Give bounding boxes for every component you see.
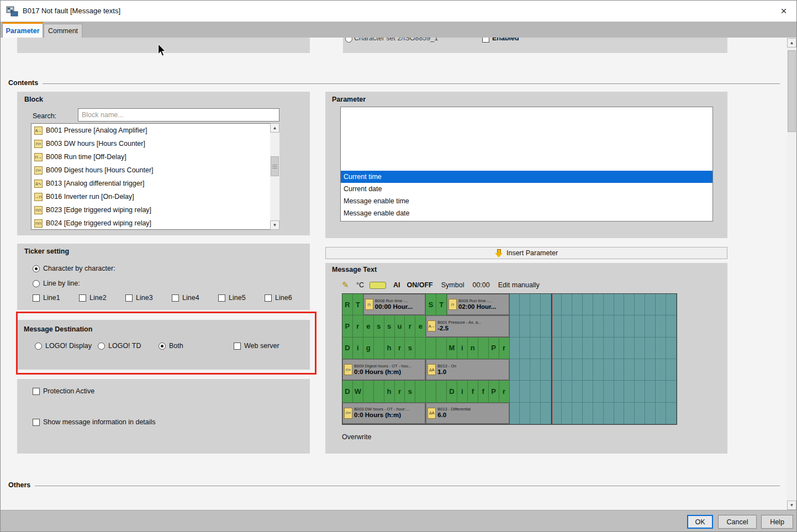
destination-radio[interactable]: Both (159, 342, 183, 350)
scroll-down-arrow-icon[interactable]: ▼ (787, 501, 796, 510)
grid-empty-cell[interactable] (562, 381, 572, 402)
grid-empty-cell[interactable] (510, 359, 520, 381)
show-message-info-checkbox[interactable]: Show message information in details (33, 418, 156, 426)
grid-empty-cell[interactable] (562, 338, 572, 359)
grid-empty-cell[interactable] (572, 403, 583, 424)
bar-graph-icon[interactable] (370, 282, 386, 289)
grid-empty-cell[interactable] (541, 294, 551, 315)
grid-char-cell[interactable]: M (447, 338, 457, 359)
grid-empty-cell[interactable] (656, 315, 666, 337)
grid-empty-cell[interactable] (614, 294, 625, 315)
grid-empty-cell[interactable] (520, 294, 530, 315)
grid-empty-cell[interactable] (635, 381, 645, 402)
grid-param-cell[interactable]: ΔAB013 - Differential6.0 (426, 403, 509, 424)
line-by-line-radio[interactable]: Line by line: (33, 280, 80, 287)
grid-char-cell[interactable] (415, 381, 426, 402)
grid-empty-cell[interactable] (656, 381, 666, 402)
insert-parameter-button[interactable]: Insert Parameter (325, 247, 727, 259)
grid-empty-cell[interactable] (593, 359, 604, 381)
grid-empty-cell[interactable] (624, 381, 635, 402)
block-list-item[interactable]: ⊓+ B009 Digest hours [Hours Counter] (31, 164, 270, 177)
grid-char-cell[interactable]: S (426, 294, 436, 315)
protection-active-checkbox[interactable]: Protection Active (33, 387, 94, 395)
grid-param-cell[interactable]: ⊓B008 Run time -...02:00 Hour... (447, 294, 509, 315)
grid-empty-cell[interactable] (572, 338, 583, 359)
grid-empty-cell[interactable] (614, 403, 625, 424)
grid-char-cell[interactable]: e (415, 315, 426, 337)
line-checkbox[interactable]: Line2 (79, 294, 125, 302)
grid-empty-cell[interactable] (593, 338, 604, 359)
grid-empty-cell[interactable] (656, 403, 666, 424)
grid-char-cell[interactable] (478, 338, 489, 359)
grid-char-cell[interactable]: D (342, 381, 353, 402)
grid-empty-cell[interactable] (614, 359, 625, 381)
line-checkbox[interactable]: Line1 (33, 294, 79, 302)
grid-empty-cell[interactable] (635, 359, 645, 381)
grid-empty-cell[interactable] (510, 338, 520, 359)
grid-char-cell[interactable] (436, 338, 447, 359)
grid-empty-cell[interactable] (645, 403, 656, 424)
grid-empty-cell[interactable] (510, 403, 520, 424)
grid-char-cell[interactable]: i (457, 381, 468, 402)
grid-char-cell[interactable]: n (468, 338, 478, 359)
grid-char-cell[interactable]: u (395, 315, 405, 337)
grid-empty-cell[interactable] (541, 403, 551, 424)
grid-empty-cell[interactable] (551, 403, 562, 424)
grid-char-cell[interactable]: s (405, 381, 415, 402)
grid-empty-cell[interactable] (551, 338, 562, 359)
grid-empty-cell[interactable] (624, 403, 635, 424)
grid-empty-cell[interactable] (604, 359, 614, 381)
grid-empty-cell[interactable] (551, 315, 562, 337)
parameter-list-item[interactable]: Message enable time (341, 195, 712, 207)
grid-char-cell[interactable]: P (342, 315, 353, 337)
grid-empty-cell[interactable] (551, 359, 562, 381)
grid-param-cell[interactable]: A→B001 Pressure - Ax, a...-2.5 (426, 315, 509, 337)
line-checkbox[interactable]: Line5 (218, 294, 265, 302)
time-button[interactable]: 00:00 (472, 281, 489, 289)
edit-manually-button[interactable]: Edit manually (498, 281, 540, 289)
grid-empty-cell[interactable] (614, 338, 625, 359)
close-button[interactable]: × (771, 1, 796, 22)
grid-empty-cell[interactable] (530, 359, 541, 381)
grid-empty-cell[interactable] (604, 381, 614, 402)
scrollbar-thumb[interactable] (271, 156, 279, 176)
grid-param-cell[interactable]: ΔAB013 - On1.0 (426, 359, 509, 381)
grid-empty-cell[interactable] (666, 294, 677, 315)
grid-empty-cell[interactable] (635, 294, 645, 315)
tab-comment[interactable]: Comment (44, 24, 82, 38)
grid-char-cell[interactable]: W (353, 381, 363, 402)
grid-char-cell[interactable] (374, 381, 384, 402)
grid-char-cell[interactable]: g (363, 338, 374, 359)
grid-char-cell[interactable]: s (374, 315, 384, 337)
destination-radio[interactable]: LOGO! Display (35, 342, 98, 350)
grid-empty-cell[interactable] (604, 403, 614, 424)
block-list-item[interactable]: ⊓+ B003 DW hours [Hours Counter] (31, 137, 270, 150)
grid-empty-cell[interactable] (551, 381, 562, 402)
scroll-up-arrow-icon[interactable]: ▲ (270, 123, 279, 133)
grid-char-cell[interactable]: i (457, 338, 468, 359)
edit-pencil-icon[interactable]: ✎ (342, 280, 354, 290)
grid-empty-cell[interactable] (530, 381, 541, 402)
grid-empty-cell[interactable] (510, 381, 520, 402)
grid-char-cell[interactable]: h (384, 381, 395, 402)
grid-empty-cell[interactable] (604, 315, 614, 337)
grid-empty-cell[interactable] (530, 403, 541, 424)
grid-empty-cell[interactable] (551, 294, 562, 315)
grid-char-cell[interactable] (436, 381, 447, 402)
grid-char-cell[interactable]: P (489, 338, 499, 359)
grid-empty-cell[interactable] (562, 359, 572, 381)
block-list-item[interactable]: ⊓→ B008 Run time [Off-Delay] (31, 150, 270, 164)
grid-empty-cell[interactable] (656, 294, 666, 315)
scroll-down-arrow-icon[interactable]: ▼ (270, 220, 279, 230)
grid-empty-cell[interactable] (520, 403, 530, 424)
grid-empty-cell[interactable] (645, 338, 656, 359)
grid-empty-cell[interactable] (583, 403, 593, 424)
grid-empty-cell[interactable] (624, 359, 635, 381)
grid-char-cell[interactable]: T (436, 294, 447, 315)
grid-empty-cell[interactable] (572, 381, 583, 402)
character-by-character-radio[interactable]: Character by character: (33, 265, 115, 272)
grid-empty-cell[interactable] (541, 359, 551, 381)
parameter-list-item[interactable]: Current time (341, 171, 712, 183)
grid-char-cell[interactable]: r (395, 381, 405, 402)
grid-empty-cell[interactable] (510, 294, 520, 315)
